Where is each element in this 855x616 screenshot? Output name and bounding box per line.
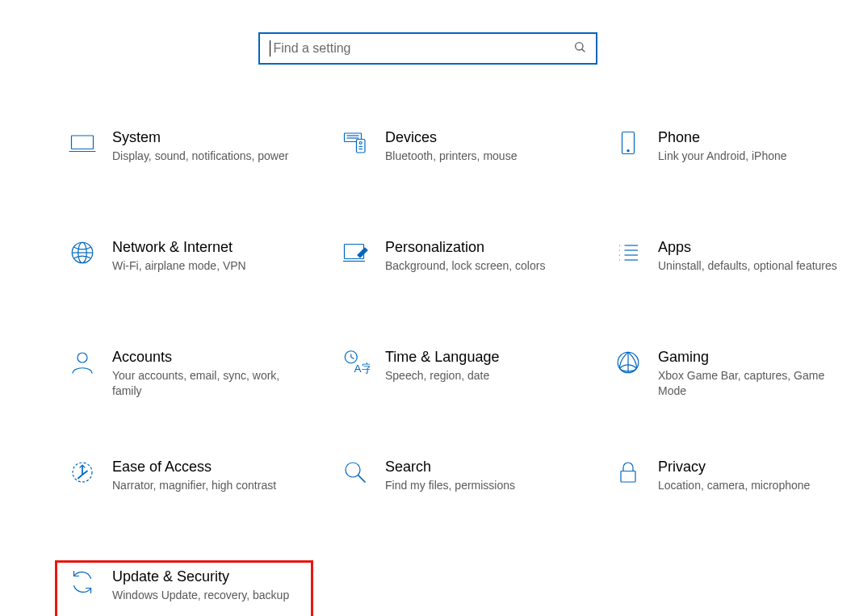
svg-text:A字: A字 — [354, 362, 371, 375]
svg-line-34 — [358, 476, 365, 482]
tile-title: Privacy — [658, 458, 810, 476]
tile-update-security[interactable]: Update & Security Windows Update, recove… — [55, 560, 313, 616]
tile-title: System — [112, 128, 288, 147]
tile-desc: Find my files, permissions — [385, 478, 515, 493]
svg-point-12 — [627, 150, 629, 152]
settings-grid: System Display, sound, notifications, po… — [0, 121, 855, 616]
tile-desc: Narrator, magnifier, high contrast — [112, 478, 276, 493]
search-tile-icon — [335, 458, 375, 487]
apps-icon — [608, 238, 648, 267]
tile-apps[interactable]: Apps Uninstall, defaults, optional featu… — [601, 231, 855, 300]
update-icon — [62, 568, 103, 597]
tile-search[interactable]: Search Find my files, permissions — [328, 450, 586, 520]
tile-desc: Link your Android, iPhone — [658, 149, 787, 164]
tile-desc: Display, sound, notifications, power — [112, 149, 288, 164]
tile-title: Network & Internet — [112, 238, 246, 257]
lock-icon — [608, 458, 648, 487]
accounts-icon — [62, 348, 103, 377]
tile-title: Gaming — [658, 348, 847, 367]
devices-icon — [335, 128, 375, 157]
tile-desc: Windows Update, recovery, backup — [112, 588, 289, 603]
tile-desc: Location, camera, microphone — [658, 478, 810, 493]
tile-phone[interactable]: Phone Link your Android, iPhone — [601, 121, 855, 191]
tile-desc: Uninstall, defaults, optional features — [658, 258, 837, 274]
svg-point-26 — [78, 353, 87, 362]
tile-personalization[interactable]: Personalization Background, lock screen,… — [328, 231, 586, 300]
ease-of-access-icon — [62, 458, 103, 487]
personalization-icon — [335, 238, 375, 267]
tile-title: Accounts — [112, 348, 301, 367]
tile-desc: Xbox Game Bar, captures, Game Mode — [658, 368, 847, 399]
tile-title: Devices — [385, 128, 517, 147]
tile-network[interactable]: Network & Internet Wi-Fi, airplane mode,… — [55, 231, 313, 300]
svg-line-29 — [351, 357, 354, 358]
tile-desc: Background, lock screen, colors — [385, 258, 545, 274]
text-cursor — [270, 40, 270, 57]
tile-title: Phone — [658, 128, 787, 147]
globe-icon — [62, 238, 103, 267]
phone-icon — [608, 128, 648, 157]
search-box[interactable] — [258, 32, 597, 65]
tile-desc: Your accounts, email, sync, work, family — [112, 368, 301, 399]
tile-devices[interactable]: Devices Bluetooth, printers, mouse — [328, 121, 586, 191]
svg-line-1 — [581, 49, 584, 52]
tile-title: Search — [385, 458, 515, 476]
tile-accounts[interactable]: Accounts Your accounts, email, sync, wor… — [55, 341, 313, 410]
tile-privacy[interactable]: Privacy Location, camera, microphone — [601, 450, 855, 520]
tile-gaming[interactable]: Gaming Xbox Game Bar, captures, Game Mod… — [601, 341, 855, 410]
tile-system[interactable]: System Display, sound, notifications, po… — [55, 121, 313, 191]
search-icon — [573, 40, 586, 57]
gaming-icon — [608, 348, 648, 377]
svg-rect-2 — [72, 136, 94, 149]
tile-title: Update & Security — [112, 568, 289, 586]
tile-time-language[interactable]: A字 Time & Language Speech, region, date — [328, 341, 586, 410]
svg-rect-35 — [621, 471, 635, 483]
tile-title: Ease of Access — [112, 458, 276, 476]
tile-desc: Bluetooth, printers, mouse — [385, 149, 517, 164]
system-icon — [62, 128, 103, 157]
time-language-icon: A字 — [335, 348, 375, 377]
tile-title: Apps — [658, 238, 837, 257]
tile-desc: Speech, region, date — [385, 368, 499, 383]
tile-title: Time & Language — [385, 348, 499, 367]
tile-title: Personalization — [385, 238, 545, 257]
tile-ease-of-access[interactable]: Ease of Access Narrator, magnifier, high… — [55, 450, 313, 520]
tile-desc: Wi-Fi, airplane mode, VPN — [112, 258, 246, 274]
search-input[interactable] — [271, 40, 572, 57]
